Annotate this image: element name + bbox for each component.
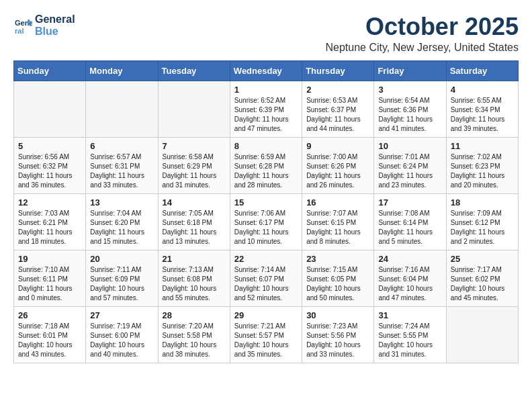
calendar-week-row: 5Sunrise: 6:56 AM Sunset: 6:32 PM Daylig…: [14, 137, 519, 193]
calendar-day-cell: 2Sunrise: 6:53 AM Sunset: 6:37 PM Daylig…: [302, 81, 374, 137]
page-header: Gene ral General Blue October 2025 Neptu…: [13, 13, 519, 54]
day-info: Sunrise: 6:56 AM Sunset: 6:32 PM Dayligh…: [18, 152, 81, 190]
day-info: Sunrise: 7:17 AM Sunset: 6:02 PM Dayligh…: [451, 265, 514, 303]
day-number: 9: [306, 141, 369, 151]
calendar-day-cell: [86, 81, 158, 137]
day-info: Sunrise: 6:52 AM Sunset: 6:39 PM Dayligh…: [234, 96, 298, 134]
day-info: Sunrise: 6:58 AM Sunset: 6:29 PM Dayligh…: [163, 152, 226, 190]
weekday-header: Friday: [374, 60, 446, 81]
weekday-header: Monday: [86, 60, 158, 81]
day-info: Sunrise: 7:20 AM Sunset: 5:58 PM Dayligh…: [163, 322, 226, 359]
day-info: Sunrise: 7:24 AM Sunset: 5:55 PM Dayligh…: [378, 322, 441, 359]
calendar-day-cell: 31Sunrise: 7:24 AM Sunset: 5:55 PM Dayli…: [374, 306, 446, 363]
calendar-table: SundayMondayTuesdayWednesdayThursdayFrid…: [13, 60, 519, 363]
calendar-day-cell: 27Sunrise: 7:19 AM Sunset: 6:00 PM Dayli…: [86, 306, 158, 363]
calendar-day-cell: 29Sunrise: 7:21 AM Sunset: 5:57 PM Dayli…: [230, 306, 302, 363]
day-info: Sunrise: 7:18 AM Sunset: 6:01 PM Dayligh…: [18, 322, 81, 359]
day-number: 27: [90, 310, 153, 320]
svg-text:ral: ral: [15, 27, 24, 35]
day-info: Sunrise: 6:55 AM Sunset: 6:34 PM Dayligh…: [451, 96, 514, 134]
day-info: Sunrise: 7:02 AM Sunset: 6:23 PM Dayligh…: [451, 152, 514, 190]
day-info: Sunrise: 7:14 AM Sunset: 6:07 PM Dayligh…: [234, 265, 298, 303]
day-number: 28: [163, 310, 226, 320]
calendar-day-cell: 9Sunrise: 7:00 AM Sunset: 6:26 PM Daylig…: [302, 137, 374, 193]
title-block: October 2025 Neptune City, New Jersey, U…: [325, 13, 519, 54]
day-info: Sunrise: 6:59 AM Sunset: 6:28 PM Dayligh…: [234, 152, 298, 190]
logo: Gene ral General Blue: [13, 13, 75, 38]
day-number: 8: [234, 141, 298, 151]
day-number: 20: [90, 254, 153, 264]
day-number: 11: [451, 141, 514, 151]
calendar-week-row: 1Sunrise: 6:52 AM Sunset: 6:39 PM Daylig…: [14, 81, 519, 137]
day-number: 3: [378, 85, 441, 95]
calendar-week-row: 12Sunrise: 7:03 AM Sunset: 6:21 PM Dayli…: [14, 193, 519, 250]
calendar-day-cell: [158, 81, 230, 137]
calendar-day-cell: 19Sunrise: 7:10 AM Sunset: 6:11 PM Dayli…: [14, 250, 86, 306]
day-number: 10: [378, 141, 441, 151]
day-info: Sunrise: 6:53 AM Sunset: 6:37 PM Dayligh…: [306, 96, 369, 134]
day-info: Sunrise: 7:16 AM Sunset: 6:04 PM Dayligh…: [378, 265, 441, 303]
day-number: 6: [90, 141, 153, 151]
calendar-day-cell: 1Sunrise: 6:52 AM Sunset: 6:39 PM Daylig…: [230, 81, 302, 137]
calendar-week-row: 26Sunrise: 7:18 AM Sunset: 6:01 PM Dayli…: [14, 306, 519, 363]
weekday-header: Saturday: [446, 60, 518, 81]
day-number: 22: [234, 254, 298, 264]
day-info: Sunrise: 7:09 AM Sunset: 6:12 PM Dayligh…: [451, 209, 514, 246]
weekday-header: Thursday: [302, 60, 374, 81]
day-info: Sunrise: 7:13 AM Sunset: 6:08 PM Dayligh…: [163, 265, 226, 303]
calendar-day-cell: 30Sunrise: 7:23 AM Sunset: 5:56 PM Dayli…: [302, 306, 374, 363]
calendar-day-cell: 17Sunrise: 7:08 AM Sunset: 6:14 PM Dayli…: [374, 193, 446, 250]
day-number: 15: [234, 197, 298, 208]
calendar-day-cell: 12Sunrise: 7:03 AM Sunset: 6:21 PM Dayli…: [14, 193, 86, 250]
day-info: Sunrise: 7:11 AM Sunset: 6:09 PM Dayligh…: [90, 265, 153, 303]
day-info: Sunrise: 7:04 AM Sunset: 6:20 PM Dayligh…: [90, 209, 153, 246]
calendar-day-cell: [14, 81, 86, 137]
day-number: 1: [234, 85, 298, 95]
calendar-day-cell: 24Sunrise: 7:16 AM Sunset: 6:04 PM Dayli…: [374, 250, 446, 306]
logo-line1: General: [35, 13, 75, 26]
day-info: Sunrise: 7:08 AM Sunset: 6:14 PM Dayligh…: [378, 209, 441, 246]
day-number: 5: [18, 141, 81, 151]
calendar-day-cell: 26Sunrise: 7:18 AM Sunset: 6:01 PM Dayli…: [14, 306, 86, 363]
day-number: 18: [451, 197, 514, 208]
day-number: 17: [378, 197, 441, 208]
day-number: 12: [18, 197, 81, 208]
day-number: 29: [234, 310, 298, 320]
day-number: 21: [163, 254, 226, 264]
calendar-day-cell: 14Sunrise: 7:05 AM Sunset: 6:18 PM Dayli…: [158, 193, 230, 250]
day-info: Sunrise: 7:07 AM Sunset: 6:15 PM Dayligh…: [306, 209, 369, 246]
calendar-day-cell: 22Sunrise: 7:14 AM Sunset: 6:07 PM Dayli…: [230, 250, 302, 306]
calendar-day-cell: 4Sunrise: 6:55 AM Sunset: 6:34 PM Daylig…: [446, 81, 518, 137]
weekday-header: Sunday: [14, 60, 86, 81]
day-info: Sunrise: 7:15 AM Sunset: 6:05 PM Dayligh…: [306, 265, 369, 303]
weekday-header: Tuesday: [158, 60, 230, 81]
location-title: Neptune City, New Jersey, United States: [325, 42, 519, 54]
calendar-day-cell: 5Sunrise: 6:56 AM Sunset: 6:32 PM Daylig…: [14, 137, 86, 193]
calendar-day-cell: 3Sunrise: 6:54 AM Sunset: 6:36 PM Daylig…: [374, 81, 446, 137]
day-number: 4: [451, 85, 514, 95]
day-info: Sunrise: 7:05 AM Sunset: 6:18 PM Dayligh…: [163, 209, 226, 246]
day-info: Sunrise: 6:57 AM Sunset: 6:31 PM Dayligh…: [90, 152, 153, 190]
day-number: 2: [306, 85, 369, 95]
logo-line2: Blue: [35, 26, 75, 38]
calendar-day-cell: 13Sunrise: 7:04 AM Sunset: 6:20 PM Dayli…: [86, 193, 158, 250]
day-number: 13: [90, 197, 153, 208]
day-info: Sunrise: 7:21 AM Sunset: 5:57 PM Dayligh…: [234, 322, 298, 359]
calendar-day-cell: 21Sunrise: 7:13 AM Sunset: 6:08 PM Dayli…: [158, 250, 230, 306]
calendar-day-cell: 20Sunrise: 7:11 AM Sunset: 6:09 PM Dayli…: [86, 250, 158, 306]
calendar-day-cell: 7Sunrise: 6:58 AM Sunset: 6:29 PM Daylig…: [158, 137, 230, 193]
day-number: 19: [18, 254, 81, 264]
calendar-day-cell: 15Sunrise: 7:06 AM Sunset: 6:17 PM Dayli…: [230, 193, 302, 250]
day-info: Sunrise: 7:06 AM Sunset: 6:17 PM Dayligh…: [234, 209, 298, 246]
day-number: 31: [378, 310, 441, 320]
day-number: 16: [306, 197, 369, 208]
day-info: Sunrise: 7:00 AM Sunset: 6:26 PM Dayligh…: [306, 152, 369, 190]
day-info: Sunrise: 7:23 AM Sunset: 5:56 PM Dayligh…: [306, 322, 369, 359]
calendar-day-cell: 6Sunrise: 6:57 AM Sunset: 6:31 PM Daylig…: [86, 137, 158, 193]
calendar-day-cell: [446, 306, 518, 363]
weekday-header: Wednesday: [230, 60, 302, 81]
day-number: 14: [163, 197, 226, 208]
day-number: 23: [306, 254, 369, 264]
day-info: Sunrise: 6:54 AM Sunset: 6:36 PM Dayligh…: [378, 96, 441, 134]
calendar-day-cell: 8Sunrise: 6:59 AM Sunset: 6:28 PM Daylig…: [230, 137, 302, 193]
